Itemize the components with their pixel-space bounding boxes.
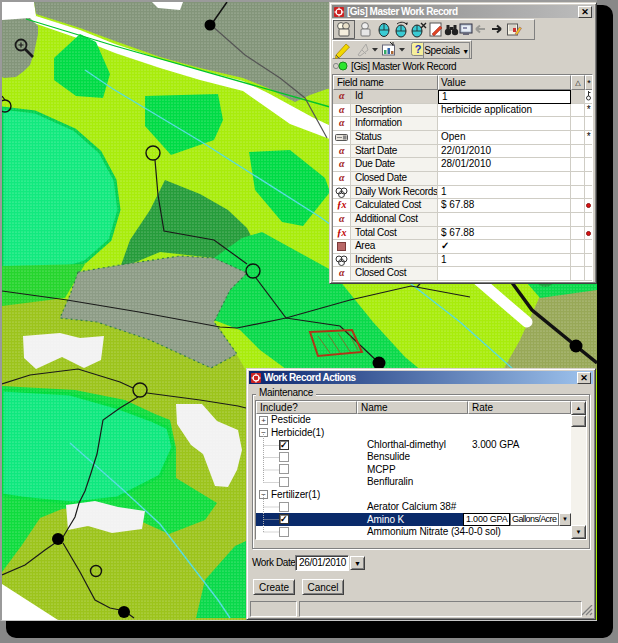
svg-text:?: ? bbox=[415, 43, 422, 55]
